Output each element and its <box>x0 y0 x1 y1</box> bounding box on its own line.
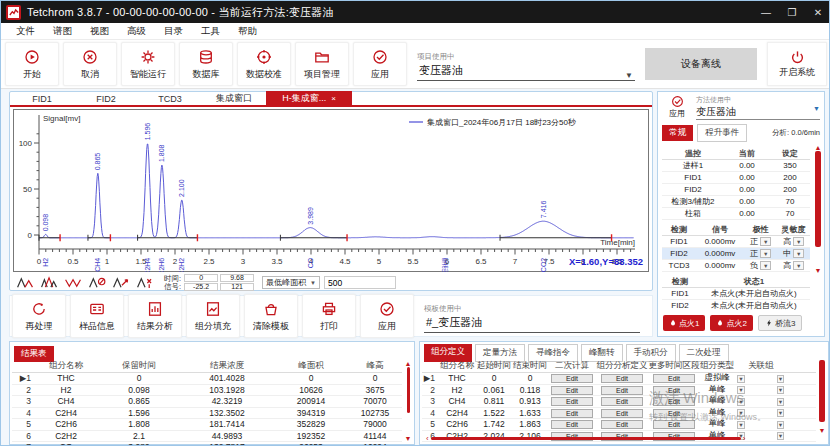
menu-item[interactable]: 工具 <box>192 25 229 38</box>
chevron-down-icon[interactable]: ▼ <box>760 237 771 246</box>
chevron-down-icon[interactable]: ▼ <box>737 421 744 429</box>
toolbar-button[interactable]: 结果分析 <box>128 294 182 338</box>
tab-channel[interactable]: FID2 <box>74 94 138 104</box>
peak-group-icon[interactable] <box>38 275 60 290</box>
table-row[interactable]: 5C2H61.7421.863EditEditEdit单峰▼▼ <box>422 419 816 431</box>
menu-item[interactable]: 帮助 <box>229 25 266 38</box>
edit-button[interactable]: Edit <box>653 374 695 383</box>
method-apply-button[interactable]: 应用 <box>662 95 692 120</box>
menu-item[interactable]: 谱图 <box>44 25 81 38</box>
toolbar-button[interactable]: 应用 <box>360 294 414 338</box>
toolbar-button[interactable]: 应用 <box>353 42 407 86</box>
minimize-button[interactable]: — <box>753 1 779 23</box>
chevron-down-icon[interactable]: ▼ <box>737 386 744 394</box>
menu-item[interactable]: 视图 <box>81 25 118 38</box>
table-row[interactable]: FID10.00200 <box>662 172 810 184</box>
close-icon[interactable]: × <box>331 91 336 106</box>
table-row[interactable]: 柱箱0.0070 <box>662 208 810 220</box>
edit-button[interactable]: Edit <box>653 409 695 418</box>
peak-mark-icon[interactable] <box>110 275 132 290</box>
menu-item[interactable]: 文件 <box>7 25 44 38</box>
chevron-down-icon[interactable]: ▼ <box>793 237 804 246</box>
edit-button[interactable]: Edit <box>551 397 593 406</box>
chevron-down-icon[interactable]: ▼ <box>777 386 784 394</box>
edit-button[interactable]: Edit <box>601 409 643 418</box>
toolbar-button[interactable]: 项目管理 <box>295 42 349 86</box>
min-peak-area-input[interactable] <box>324 276 396 289</box>
chevron-down-icon[interactable]: ▼ <box>777 398 784 406</box>
edit-button[interactable]: Edit <box>551 420 593 429</box>
component-vscrollbar[interactable]: ▼ <box>817 360 827 434</box>
results-scrollbar[interactable]: ▲▼ <box>403 360 413 442</box>
chromatogram-plot[interactable]: Signal[mv]05010000.511.522.533.544.555.5… <box>13 109 649 272</box>
table-row[interactable]: 3CH40.86542.321920091470070 <box>12 396 402 408</box>
table-row[interactable]: TCD30.000mv负 ▼高 ▼ <box>662 260 810 272</box>
edit-button[interactable]: Edit <box>551 409 593 418</box>
peak-delete-icon[interactable] <box>134 275 156 290</box>
table-row[interactable]: 6C2H22.144.989319235241144 <box>12 431 402 443</box>
chevron-down-icon[interactable]: ▼ <box>760 249 771 258</box>
table-row[interactable]: 4C2H41.596132.3502394319102735 <box>12 408 402 420</box>
table-row[interactable]: FID10.000mv正 ▼高 ▼ <box>662 236 810 248</box>
peak-pair-icon[interactable] <box>14 275 36 290</box>
menu-item[interactable]: 目录 <box>155 25 192 38</box>
table-row[interactable]: FID1未点火(未开启自动点火) <box>662 288 810 300</box>
device-status-button[interactable]: 设备离线 <box>645 48 757 80</box>
tab-temp-program[interactable]: 程升事件 <box>697 124 747 142</box>
table-row[interactable]: 2H20.0610.118EditEditEdit单峰▼▼ <box>422 385 816 397</box>
tab-active-integration[interactable]: H-集成窗...× <box>266 91 352 106</box>
table-row[interactable]: FID2未点火(未开启自动点火) <box>662 300 810 311</box>
table-row[interactable]: 进样10.00350 <box>662 160 810 172</box>
chevron-down-icon[interactable]: ▼ <box>777 375 784 383</box>
table-row[interactable]: FID20.000mv正 ▼中 ▼ <box>662 248 810 260</box>
template-combobox[interactable]: 模板使用中 #_变压器油 <box>424 300 640 333</box>
method-combobox[interactable]: 方法使用中 变压器油 ▼ <box>696 95 820 120</box>
close-button[interactable]: ✕ <box>805 1 830 23</box>
power-on-button[interactable]: 开启系统 <box>767 42 827 86</box>
edit-button[interactable]: Edit <box>551 386 593 395</box>
edit-button[interactable]: Edit <box>601 374 643 383</box>
toolbar-button[interactable]: 数据库 <box>179 42 233 86</box>
edit-button[interactable]: Edit <box>653 386 695 395</box>
table-row[interactable]: ▶1THC00EditEditEdit虚拟峰▼▼ <box>422 373 816 385</box>
table-row[interactable]: 7CO3.989132.78179695310994 <box>12 442 402 446</box>
toolbar-button[interactable]: 智能运行 <box>121 42 175 86</box>
tab-channel[interactable]: FID1 <box>10 94 74 104</box>
edit-button[interactable]: Edit <box>653 420 695 429</box>
chevron-down-icon[interactable]: ▼ <box>793 261 804 270</box>
edit-button[interactable]: Edit <box>601 386 643 395</box>
chevron-down-icon[interactable]: ▼ <box>777 409 784 417</box>
toolbar-button[interactable]: 取消 <box>63 42 117 86</box>
table-row[interactable]: 4C2H41.5221.633EditEditEdit单峰▼▼ <box>422 408 816 420</box>
toolbar-button[interactable]: 组分填充 <box>186 294 240 338</box>
chevron-down-icon[interactable]: ▼ <box>737 409 744 417</box>
chevron-down-icon[interactable]: ▼ <box>737 398 744 406</box>
ignite-button[interactable]: 桥流3 <box>758 315 802 331</box>
min-peak-area-dropdown[interactable]: 最低峰面积 ▼ <box>262 276 320 289</box>
chevron-down-icon[interactable]: ▼ <box>777 421 784 429</box>
edit-button[interactable]: Edit <box>601 420 643 429</box>
edit-button[interactable]: Edit <box>653 397 695 406</box>
restore-button[interactable]: ❐ <box>779 1 805 23</box>
toolbar-button[interactable]: 再处理 <box>12 294 66 338</box>
signal-to-field[interactable] <box>220 283 254 291</box>
toolbar-button[interactable]: 清除模板 <box>244 294 298 338</box>
toolbar-button[interactable]: 打印 <box>302 294 356 338</box>
table-row[interactable]: ▶1THC0401.402800 <box>12 373 402 385</box>
tab-general[interactable]: 常规 <box>662 125 693 141</box>
component-hscrollbar[interactable]: ‹› <box>424 434 804 442</box>
table-row[interactable]: 3CH40.8110.913EditEditEdit单峰▼▼ <box>422 396 816 408</box>
table-row[interactable]: 检测3/辅助20.0070 <box>662 196 810 208</box>
toolbar-button[interactable]: 样品信息 <box>70 294 124 338</box>
time-to-field[interactable] <box>220 274 254 282</box>
method-scrollbar[interactable]: ▲▼ <box>813 144 823 274</box>
signal-from-field[interactable] <box>184 283 218 291</box>
table-row[interactable]: 2H20.098103.1928106263675 <box>12 385 402 397</box>
peak-reject-icon[interactable] <box>86 275 108 290</box>
ignite-button[interactable]: 点火2 <box>710 315 752 331</box>
chevron-down-icon[interactable]: ▼ <box>793 249 804 258</box>
menu-item[interactable]: 高级 <box>118 25 155 38</box>
chevron-down-icon[interactable]: ▼ <box>737 375 744 383</box>
table-row[interactable]: FID20.00200 <box>662 184 810 196</box>
edit-button[interactable]: Edit <box>551 374 593 383</box>
